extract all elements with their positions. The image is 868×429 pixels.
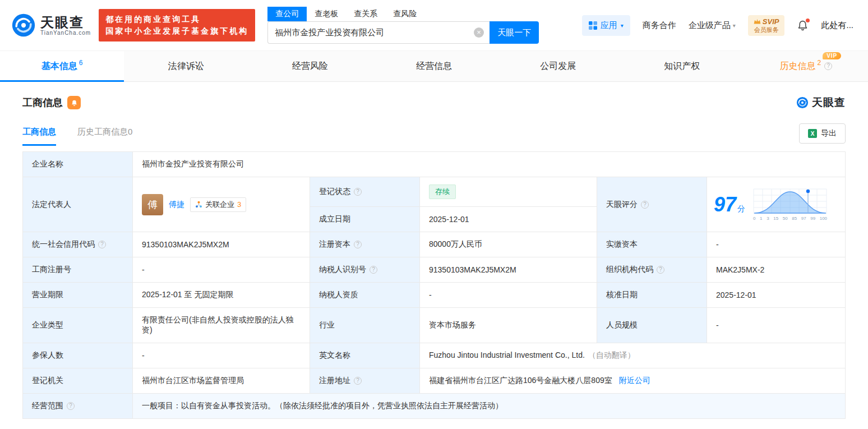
table-row: 经营范围 一般项目：以自有资金从事投资活动。（除依法须经批准的项目外，凭营业执照…	[23, 394, 846, 419]
svip-membership-badge[interactable]: SVIP 会员服务	[748, 15, 785, 36]
help-icon[interactable]	[657, 266, 664, 274]
slogan-badge: 都在用的商业查询工具 国家中小企业发展子基金旗下机构	[99, 9, 255, 41]
insured-count-label: 参保人数	[23, 343, 133, 368]
help-icon[interactable]	[98, 241, 106, 248]
search-button[interactable]: 天眼一下	[490, 21, 539, 44]
tab-legal-litigation[interactable]: 法律诉讼	[124, 51, 248, 81]
paid-capital-value: -	[707, 232, 846, 257]
apps-label: 应用	[601, 20, 617, 31]
reg-address-label: 注册地址	[310, 368, 420, 394]
vip-tag: VIP	[823, 52, 841, 59]
help-icon[interactable]	[354, 377, 362, 385]
help-icon[interactable]	[67, 402, 75, 410]
legal-rep-label: 法定代表人	[23, 177, 133, 232]
table-row: 企业类型 有限责任公司(非自然人投资或控股的法人独资) 行业 资本市场服务 人员…	[23, 308, 846, 343]
score-label: 天眼评分	[597, 177, 707, 232]
org-code-value: MAK2J5MX-2	[707, 257, 846, 283]
legal-rep-avatar[interactable]: 傅	[142, 194, 163, 215]
search-area: 查公司 查老板 查关系 查风险 × 天眼一下	[267, 7, 539, 44]
table-row: 参保人数 - 英文名称 Fuzhou Jintou Industrial Inv…	[23, 343, 846, 368]
related-companies-badge[interactable]: 关联企业 3	[190, 197, 246, 212]
help-icon[interactable]	[824, 62, 832, 70]
top-header: 天眼查 TianYanCha.com 都在用的商业查询工具 国家中小企业发展子基…	[0, 0, 868, 50]
tianyancha-logo-icon	[796, 96, 809, 109]
table-row: 企业名称 福州市金投产业投资有限公司	[23, 152, 846, 177]
company-name-label: 企业名称	[23, 152, 133, 177]
tab-count: 6	[79, 59, 83, 67]
taxpayer-id-value: 91350103MAK2J5MX2M	[420, 257, 597, 283]
section-title: 工商信息	[22, 96, 63, 109]
help-icon[interactable]	[354, 241, 362, 248]
credit-code-value: 91350103MAK2J5MX2M	[133, 232, 310, 257]
apps-grid-icon	[589, 21, 597, 30]
nearby-companies-link[interactable]: 附近公司	[619, 376, 650, 385]
search-tab-relation[interactable]: 查关系	[346, 7, 385, 21]
business-scope-label: 经营范围	[23, 394, 133, 419]
establish-date-value: 2025-12-01	[420, 207, 597, 232]
reg-status-cell: 存续	[420, 177, 597, 207]
reg-authority-label: 登记机关	[23, 368, 133, 394]
search-tab-company[interactable]: 查公司	[267, 7, 307, 21]
subtab-business-info[interactable]: 工商信息	[22, 127, 56, 146]
taxpayer-id-label: 纳税人识别号	[310, 257, 420, 283]
svip-sublabel: 会员服务	[754, 26, 779, 34]
reg-authority-value: 福州市台江区市场监督管理局	[133, 368, 310, 394]
tab-company-development[interactable]: 公司发展	[496, 51, 620, 81]
help-icon[interactable]	[354, 188, 362, 196]
reg-number-value: -	[133, 257, 310, 283]
notification-bell-icon[interactable]	[797, 20, 809, 31]
establish-date-label: 成立日期	[310, 207, 420, 232]
reg-status-label: 登记状态	[310, 177, 420, 207]
auto-translate-note: （自动翻译）	[588, 350, 635, 359]
legal-rep-link[interactable]: 傅捷	[169, 200, 184, 210]
table-row: 工商注册号 - 纳税人识别号 91350103MAK2J5MX2M 组织机构代码…	[23, 257, 846, 283]
export-button[interactable]: X 导出	[799, 123, 846, 144]
crown-icon	[754, 19, 761, 25]
reg-capital-value: 80000万人民币	[420, 232, 597, 257]
related-companies-icon	[195, 201, 202, 208]
reg-number-label: 工商注册号	[23, 257, 133, 283]
help-icon[interactable]	[370, 266, 377, 274]
status-badge: 存续	[429, 184, 456, 199]
tab-history-info[interactable]: 历史信息 2 VIP	[744, 51, 868, 81]
svg-text:X: X	[811, 131, 815, 137]
business-cooperation-link[interactable]: 商务合作	[643, 20, 676, 31]
score-value[interactable]: 97分	[714, 193, 745, 216]
search-type-tabs: 查公司 查老板 查关系 查风险	[267, 7, 539, 21]
credit-code-label: 统一社会信用代码	[23, 232, 133, 257]
company-nav-tabs: 基本信息6 法律诉讼 经营风险 经营信息 公司发展 知识产权 历史信息 2 VI…	[0, 50, 868, 82]
tab-intellectual-property[interactable]: 知识产权	[620, 51, 744, 81]
enterprise-products-link[interactable]: 企业级产品▾	[689, 20, 736, 31]
subscribe-bell-icon[interactable]	[67, 96, 81, 109]
paid-capital-label: 实缴资本	[597, 232, 707, 257]
watermark-logo: 天眼查	[796, 95, 846, 110]
taxpayer-quality-value: -	[420, 283, 597, 308]
tianyancha-logo[interactable]: 天眼查 TianYanCha.com	[11, 13, 91, 38]
tab-basic-info[interactable]: 基本信息6	[0, 51, 124, 81]
brand-name: 天眼查	[40, 15, 91, 30]
related-companies-count: 3	[237, 200, 241, 209]
user-name[interactable]: 此处有...	[821, 20, 853, 31]
subtab-history-business-info[interactable]: 历史工商信息0	[77, 127, 132, 146]
search-input[interactable]	[267, 21, 490, 44]
main-content: 工商信息 天眼查 工商信息 历史工商信息0 X 导出 企业名称 福州市金	[0, 95, 868, 419]
table-row: 统一社会信用代码 91350103MAK2J5MX2M 注册资本 80000万人…	[23, 232, 846, 257]
apps-button[interactable]: 应用 ▾	[582, 15, 630, 36]
industry-label: 行业	[310, 308, 420, 343]
industry-value: 资本市场服务	[420, 308, 597, 343]
table-row: 登记机关 福州市台江区市场监督管理局 注册地址 福建省福州市台江区广达路106号…	[23, 368, 846, 394]
company-type-label: 企业类型	[23, 308, 133, 343]
slogan-line1: 都在用的商业查询工具	[105, 13, 248, 25]
help-icon[interactable]	[641, 201, 649, 209]
related-companies-label: 关联企业	[205, 200, 234, 210]
reg-capital-label: 注册资本	[310, 232, 420, 257]
header-right: 应用 ▾ 商务合作 企业级产品▾ SVIP 会员服务 此处有...	[582, 15, 853, 36]
company-type-value: 有限责任公司(非自然人投资或控股的法人独资)	[133, 308, 310, 343]
staff-size-value: -	[707, 308, 846, 343]
search-tab-risk[interactable]: 查风险	[385, 7, 424, 21]
tab-operating-risk[interactable]: 经营风险	[248, 51, 372, 81]
tab-operating-info[interactable]: 经营信息	[372, 51, 496, 81]
taxpayer-quality-label: 纳税人资质	[310, 283, 420, 308]
search-tab-boss[interactable]: 查老板	[307, 7, 346, 21]
business-term-value: 2025-12-01 至 无固定期限	[133, 283, 310, 308]
